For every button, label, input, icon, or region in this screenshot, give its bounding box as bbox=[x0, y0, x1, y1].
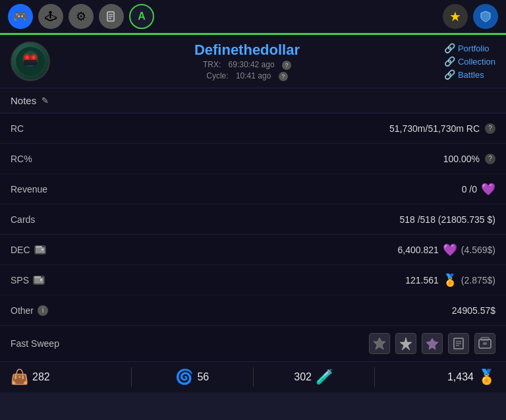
trx-info-icon[interactable]: ? bbox=[282, 61, 291, 70]
dec-value: 6,400.821 💜 (4.569$) bbox=[398, 243, 495, 257]
other-amount: 24905.57$ bbox=[452, 305, 495, 316]
swirl-icon: 🌀 bbox=[175, 369, 193, 386]
sps-wallet-icon bbox=[33, 276, 45, 285]
sweep-icon-4[interactable] bbox=[448, 333, 469, 354]
collection-link[interactable]: 🔗 Collection bbox=[444, 56, 495, 67]
svg-rect-16 bbox=[34, 276, 41, 278]
profile-trx: TRX: 69:30:42 ago ? bbox=[61, 60, 434, 70]
sweep-icon-group bbox=[369, 333, 495, 354]
cards-row: Cards 518 /518 (21805.735 $) bbox=[0, 204, 506, 235]
revenue-row: Revenue 0 /0 💜 bbox=[0, 174, 506, 204]
data-table: RC 51,730m/51,730m RC ? RC% 100.00% ? Re… bbox=[0, 113, 506, 361]
sweep-icon-3[interactable] bbox=[422, 333, 443, 354]
cards-amount: 518 /518 (21805.735 $) bbox=[399, 214, 495, 225]
portfolio-link[interactable]: 🔗 Portfolio bbox=[444, 43, 490, 53]
bags-value: 282 bbox=[32, 371, 50, 383]
rc-info-icon[interactable]: ? bbox=[485, 123, 495, 134]
svg-rect-25 bbox=[483, 342, 487, 345]
fast-sweep-row: Fast Sweep bbox=[0, 326, 506, 361]
potion-stat: 302 🧪 bbox=[254, 369, 374, 386]
cards-value: 518 /518 (21805.735 $) bbox=[399, 214, 495, 225]
rc-amount: 51,730m/51,730m RC bbox=[389, 123, 480, 134]
notes-row: Notes ✎ bbox=[0, 88, 506, 113]
revenue-amount: 0 /0 bbox=[462, 184, 477, 195]
edit-notes-icon[interactable]: ✎ bbox=[42, 96, 49, 105]
svg-point-9 bbox=[32, 56, 35, 59]
svg-rect-14 bbox=[34, 278, 43, 284]
sps-label: SPS bbox=[11, 275, 90, 285]
potion-value: 302 bbox=[294, 371, 312, 383]
svg-marker-18 bbox=[426, 338, 438, 349]
profile-info: Definethedollar TRX: 69:30:42 ago ? Cycl… bbox=[61, 42, 434, 81]
nav-document-button[interactable] bbox=[99, 4, 124, 29]
dec-gem-icon: 💜 bbox=[443, 243, 457, 257]
revenue-value: 0 /0 💜 bbox=[462, 182, 495, 196]
profile-name: Definethedollar bbox=[61, 42, 434, 59]
dec-label: DEC bbox=[11, 245, 90, 255]
dec-row: DEC 6,400.821 💜 (4.569$) bbox=[0, 235, 506, 265]
battles-label: Battles bbox=[458, 70, 484, 80]
rc-percent-label: RC% bbox=[11, 154, 90, 164]
other-value: 24905.57$ bbox=[452, 305, 495, 316]
nav-account-button[interactable]: A bbox=[129, 4, 154, 29]
cycle-value: 10:41 ago bbox=[236, 71, 271, 80]
svg-marker-17 bbox=[400, 338, 412, 350]
cards-label: Cards bbox=[11, 214, 90, 225]
trx-label: TRX: bbox=[203, 60, 221, 69]
fast-sweep-label: Fast Sweep bbox=[11, 338, 90, 349]
profile-links: 🔗 Portfolio 🔗 Collection 🔗 Battles bbox=[444, 43, 495, 80]
rc-percent-amount: 100.00% bbox=[443, 154, 480, 164]
link-icon-portfolio: 🔗 bbox=[444, 43, 455, 53]
svg-rect-15 bbox=[40, 279, 42, 281]
cycle-label: Cycle: bbox=[206, 71, 228, 80]
svg-rect-13 bbox=[36, 246, 42, 248]
rc-percent-info-icon[interactable]: ? bbox=[485, 154, 495, 164]
portfolio-label: Portfolio bbox=[458, 44, 490, 53]
revenue-label: Revenue bbox=[11, 184, 90, 195]
sps-amount: 121.561 bbox=[405, 275, 439, 285]
profile-cycle: Cycle: 10:41 ago ? bbox=[61, 71, 434, 81]
other-row: Other i 24905.57$ bbox=[0, 295, 506, 326]
sweep-icon-5[interactable] bbox=[474, 333, 495, 354]
bags-stat: 👜 282 bbox=[11, 369, 131, 386]
bags-icon: 👜 bbox=[11, 369, 28, 386]
svg-rect-12 bbox=[42, 249, 43, 251]
cycle-info-icon[interactable]: ? bbox=[279, 72, 288, 81]
battles-link[interactable]: 🔗 Battles bbox=[444, 69, 484, 80]
fast-sweep-icons bbox=[369, 333, 495, 354]
notes-label: Notes bbox=[11, 95, 36, 106]
nav-game-button[interactable]: 🎮 bbox=[8, 4, 33, 29]
nav-controller-button[interactable]: 🕹 bbox=[38, 4, 63, 29]
nav-star-button[interactable]: ★ bbox=[443, 4, 468, 29]
sweep-icon-2[interactable] bbox=[395, 333, 416, 354]
sps-row: SPS 121.561 🏅 (2.875$) bbox=[0, 265, 506, 295]
sps-usd: (2.875$) bbox=[461, 275, 495, 285]
dec-amount: 6,400.821 bbox=[398, 245, 439, 255]
rc-percent-row: RC% 100.00% ? bbox=[0, 144, 506, 174]
medal-icon: 🏅 bbox=[478, 369, 495, 386]
top-nav: 🎮 🕹 ⚙ A ★ bbox=[0, 0, 506, 35]
trx-value: 69:30:42 ago bbox=[229, 60, 275, 69]
dec-usd: (4.569$) bbox=[461, 245, 495, 255]
dec-wallet-icon bbox=[34, 245, 46, 255]
sps-token-icon: 🏅 bbox=[443, 273, 457, 287]
avatar bbox=[11, 42, 50, 81]
nav-settings-button[interactable]: ⚙ bbox=[69, 4, 94, 29]
crown-stat: 1,434 🏅 bbox=[375, 369, 495, 386]
sweep-icon-1[interactable] bbox=[369, 333, 390, 354]
swirl-value: 56 bbox=[197, 371, 209, 383]
rc-percent-value: 100.00% ? bbox=[443, 154, 495, 164]
link-icon-battles: 🔗 bbox=[444, 69, 455, 80]
other-label: Other i bbox=[11, 305, 90, 316]
crown-value: 1,434 bbox=[447, 371, 474, 383]
svg-rect-11 bbox=[36, 247, 45, 253]
nav-shield-button[interactable] bbox=[473, 4, 498, 29]
other-info-icon[interactable]: i bbox=[38, 305, 48, 316]
sps-value: 121.561 🏅 (2.875$) bbox=[405, 273, 495, 287]
svg-point-8 bbox=[26, 56, 28, 59]
potion-icon: 🧪 bbox=[316, 369, 333, 386]
revenue-gem-icon: 💜 bbox=[481, 182, 495, 196]
link-icon-collection: 🔗 bbox=[444, 56, 455, 67]
rc-row: RC 51,730m/51,730m RC ? bbox=[0, 113, 506, 144]
avatar-inner bbox=[12, 43, 49, 80]
